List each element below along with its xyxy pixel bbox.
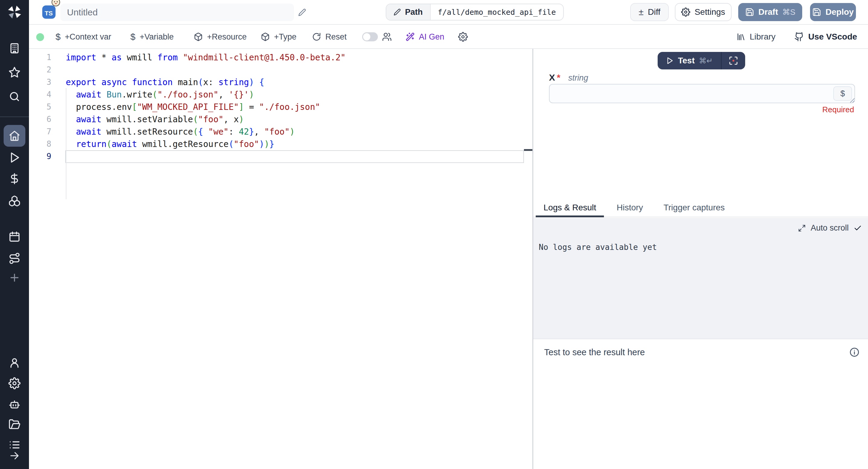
toggle-switch[interactable] <box>362 32 378 41</box>
auto-scroll-control[interactable]: Auto scroll <box>798 223 862 233</box>
audit-list-icon[interactable] <box>8 439 21 451</box>
path-label-segment: Path <box>386 4 431 20</box>
variables-dollar-icon[interactable] <box>8 173 21 185</box>
code-line-8: return(await wmill.getResource("foo"))} <box>66 138 346 150</box>
tab-history[interactable]: History <box>609 198 651 217</box>
code-line-9 <box>66 150 346 163</box>
info-icon[interactable] <box>849 347 860 357</box>
draft-button[interactable]: Draft ⌘S <box>738 3 802 21</box>
diff-icon: ± <box>639 7 644 17</box>
editor-toolbar: $ +Context var $ +Variable +Resource +Ty… <box>29 25 868 49</box>
argument-input[interactable]: $ <box>549 84 855 103</box>
settings-gear-icon[interactable] <box>8 377 21 389</box>
line-number-gutter: 123456789 <box>29 51 51 163</box>
routes-icon[interactable] <box>8 252 21 264</box>
language-badge-ts: TS <box>42 5 56 19</box>
use-vscode-button[interactable]: Use VScode <box>794 25 857 49</box>
result-pane: Test to see the result here <box>544 347 860 357</box>
script-title-text: Untitled <box>67 7 98 18</box>
code-lines[interactable]: import * as wmill from "windmill-client@… <box>66 51 346 163</box>
path-value[interactable]: f/all/demo_mocked_api_file <box>431 4 563 20</box>
argument-name: X <box>549 72 555 83</box>
reset-label: Reset <box>326 32 347 42</box>
code-line-5: process.env["WM_MOCKED_API_FILE"] = "./f… <box>66 101 346 113</box>
editor-settings-gear-icon[interactable] <box>458 32 468 42</box>
toggle-knob <box>363 33 370 40</box>
add-type-label: +Type <box>274 32 297 42</box>
magic-wand-icon <box>406 32 415 41</box>
result-placeholder: Test to see the result here <box>544 347 645 357</box>
search-icon[interactable] <box>8 91 21 103</box>
dollar-icon: $ <box>56 32 61 42</box>
resize-handle-icon[interactable] <box>849 98 855 103</box>
overview-ruler-cursor-mark <box>524 149 532 151</box>
add-context-var-label: +Context var <box>65 32 112 42</box>
home-icon <box>8 130 21 142</box>
library-icon <box>736 32 745 41</box>
path-pill[interactable]: Path f/all/demo_mocked_api_file <box>386 4 564 21</box>
code-line-4: await Bun.write("./foo.json", '{}') <box>66 88 346 101</box>
library-button[interactable]: Library <box>736 25 776 49</box>
user-icon[interactable] <box>8 357 21 369</box>
left-sidebar <box>0 0 29 469</box>
workers-robot-icon[interactable] <box>8 398 21 410</box>
test-shortcut: ⌘↵ <box>699 57 713 65</box>
deploy-button[interactable]: Deploy <box>810 3 856 21</box>
reset-refresh-icon <box>312 32 321 41</box>
test-button[interactable]: Test ⌘↵ <box>658 52 722 69</box>
capture-scan-icon <box>728 56 738 65</box>
edit-title-pencil-icon[interactable] <box>298 8 306 16</box>
sidebar-item-home-active[interactable] <box>4 125 25 147</box>
runs-play-icon[interactable] <box>8 152 21 163</box>
code-line-2 <box>66 64 346 76</box>
test-split-button: Test ⌘↵ <box>658 52 745 69</box>
path-label: Path <box>405 7 423 17</box>
capture-test-button[interactable] <box>722 52 745 69</box>
package-icon <box>261 32 270 41</box>
edit-path-pencil-icon <box>394 8 401 16</box>
ai-gen-label: AI Gen <box>419 32 444 42</box>
insert-variable-dollar-button[interactable]: $ <box>833 86 852 101</box>
workspace-building-icon[interactable] <box>8 42 21 54</box>
add-context-var-button[interactable]: $ +Context var <box>56 25 112 49</box>
add-variable-label: +Variable <box>140 32 174 42</box>
add-resource-button[interactable]: +Resource <box>194 25 247 49</box>
sidebar-divider <box>0 117 29 117</box>
draft-shortcut: ⌘S <box>782 7 795 17</box>
add-plus-icon[interactable] <box>8 272 21 284</box>
save-icon <box>745 7 754 17</box>
required-asterisk: * <box>557 72 560 83</box>
add-variable-button[interactable]: $ +Variable <box>130 25 174 49</box>
settings-button[interactable]: Settings <box>675 3 732 21</box>
add-resource-label: +Resource <box>207 32 247 42</box>
package-icon <box>194 32 203 41</box>
users-icon <box>382 32 392 42</box>
windmill-script-editor: TS Untitled Path f/all/demo_mocked_api_f… <box>0 0 868 469</box>
auto-scroll-label: Auto scroll <box>811 223 849 233</box>
logs-empty-message: No logs are available yet <box>539 243 657 252</box>
use-vscode-label: Use VScode <box>808 32 857 42</box>
play-icon <box>666 57 674 65</box>
schedules-calendar-icon[interactable] <box>8 230 21 243</box>
diff-button[interactable]: ± Diff <box>630 3 669 21</box>
code-line-7: await wmill.setResource({ "we": 42}, "fo… <box>66 126 346 138</box>
reset-button[interactable]: Reset <box>312 25 347 49</box>
tab-logs-result[interactable]: Logs & Result <box>536 198 604 217</box>
favorites-star-icon[interactable] <box>8 66 21 79</box>
diff-mode-toggle[interactable] <box>362 25 392 49</box>
beta-emoji-badge <box>51 0 60 7</box>
result-tabs: Logs & Result History Trigger captures <box>533 198 868 217</box>
collapse-arrow-icon[interactable] <box>9 450 20 461</box>
folders-icon[interactable] <box>8 418 21 430</box>
ai-gen-button[interactable]: AI Gen <box>406 25 444 49</box>
code-editor[interactable]: 123456789 import * as wmill from "windmi… <box>29 49 532 469</box>
diff-label: Diff <box>648 7 660 17</box>
resources-boxes-icon[interactable] <box>8 195 21 207</box>
test-label: Test <box>678 56 695 65</box>
code-line-6: await wmill.setVariable("foo", x) <box>66 113 346 126</box>
tab-trigger-captures[interactable]: Trigger captures <box>655 198 733 217</box>
add-type-button[interactable]: +Type <box>261 25 297 49</box>
windmill-logo[interactable] <box>7 4 22 20</box>
logs-pane: Auto scroll No logs are available yet <box>533 218 868 339</box>
script-title[interactable]: Untitled <box>60 4 294 21</box>
